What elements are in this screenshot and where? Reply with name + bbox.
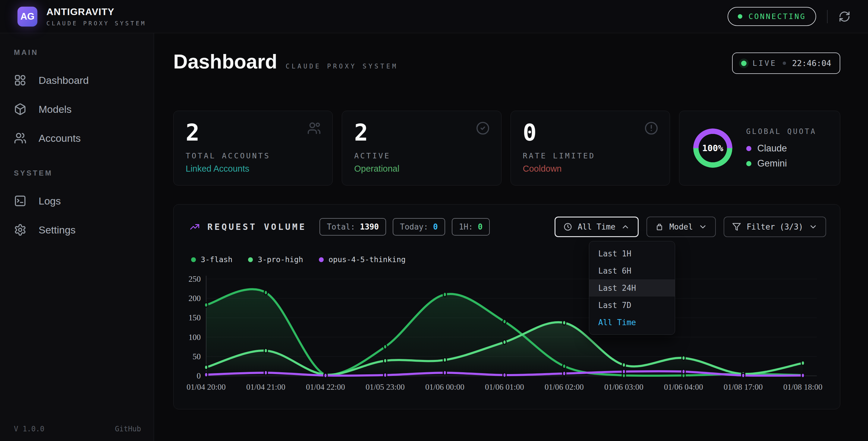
svg-text:01/06 04:00: 01/06 04:00 [664,382,703,391]
card-active: 2 ACTIVE Operational [342,111,501,185]
stat-pill-today: Today: 0 [393,218,445,236]
live-label: LIVE [752,59,777,67]
sidebar-item-dashboard[interactable]: Dashboard [14,66,154,95]
topbar-divider [827,10,828,23]
app-version: V 1.0.0 [14,425,44,433]
svg-text:01/04 22:00: 01/04 22:00 [306,382,345,391]
grid-icon [14,74,27,87]
card-global-quota: 100% GLOBAL QUOTA Claude Gemini [679,111,840,185]
series-dot-icon [319,257,324,262]
stat-pill-1h: 1H: 0 [452,218,490,236]
dot-separator-icon [783,62,786,65]
card-label: RATE LIMITED [523,151,658,160]
gear-icon [14,224,27,236]
request-volume-chart: 05010015020025001/04 20:0001/04 21:0001/… [181,270,826,402]
legend-label: opus-4-5-thinking [329,255,406,264]
dropdown-item-last-1h[interactable]: Last 1H [589,245,675,262]
gemini-dot-icon [746,161,751,166]
claude-dot-icon [746,146,751,151]
pill-value: 0 [478,222,483,231]
svg-text:100: 100 [189,333,201,342]
pill-value: 0 [433,222,438,231]
request-volume-panel: REQUEST VOLUME Total: 1390 Today: 0 1H: … [173,204,840,409]
svg-text:01/06 00:00: 01/06 00:00 [425,382,464,391]
model-filter-button[interactable]: Model [647,216,716,237]
refresh-icon [838,10,850,23]
svg-text:01/08 18:00: 01/08 18:00 [783,382,823,391]
card-value: 2 [354,120,489,145]
pill-label: Total: [327,222,355,231]
panel-title: REQUEST VOLUME [207,222,306,232]
chevron-down-icon [809,222,818,231]
legend-item-3-flash[interactable]: 3-flash [191,255,232,264]
series-dot-icon [191,257,196,262]
card-subtext: Operational [354,164,489,174]
sidebar: MAIN Dashboard Models Accounts SYSTEM Lo… [0,33,154,441]
app-title: ANTIGRAVITY [46,6,146,18]
quota-legend-gemini: Gemini [746,158,816,169]
sidebar-item-logs[interactable]: Logs [14,186,154,215]
svg-text:250: 250 [189,274,201,284]
dropdown-item-last-7d[interactable]: Last 7D [589,296,675,314]
card-value: 2 [186,120,320,145]
terminal-icon [14,195,27,207]
pill-label: 1H: [459,222,473,231]
legend-item-opus[interactable]: opus-4-5-thinking [319,255,406,264]
pill-label: Today: [400,222,428,231]
time-range-button[interactable]: All Time [555,216,639,237]
sidebar-item-settings[interactable]: Settings [14,215,154,244]
series-dot-icon [248,257,253,262]
legend-label: 3-flash [201,255,232,264]
quota-legend-label: Gemini [757,158,787,169]
sidebar-section-main: MAIN [14,48,154,57]
alert-circle-icon [644,121,658,135]
chevron-down-icon [698,222,707,231]
users-icon [307,121,321,135]
sidebar-section-system: SYSTEM [14,169,154,177]
funnel-icon [732,222,741,231]
page-title: Dashboard [173,50,277,73]
pill-value: 1390 [360,222,379,231]
model-filter-label: Model [670,222,693,231]
live-status-badge: LIVE 22:46:04 [732,53,840,74]
check-circle-icon [476,121,490,135]
clock-icon [563,222,572,231]
card-total-accounts: 2 TOTAL ACCOUNTS Linked Accounts [173,111,333,185]
filter-button[interactable]: Filter (3/3) [724,216,826,237]
page-subtitle: CLAUDE PROXY SYSTEM [286,63,398,70]
quota-percent: 100% [693,128,733,168]
chart-legend: 3-flash 3-pro-high opus-4-5-thinking [191,255,406,264]
sidebar-item-label: Models [38,104,72,115]
card-rate-limited: 0 RATE LIMITED Cooldown [510,111,670,185]
dropdown-item-last-6h[interactable]: Last 6H [589,262,675,279]
quota-label: GLOBAL QUOTA [746,127,816,136]
svg-text:01/04 20:00: 01/04 20:00 [187,382,226,391]
trending-up-icon [189,222,200,232]
users-icon [14,132,27,145]
svg-text:50: 50 [193,352,201,361]
logo-text: AG [21,11,35,22]
legend-item-3-pro-high[interactable]: 3-pro-high [248,255,303,264]
sidebar-item-label: Logs [38,195,61,207]
svg-text:01/04 21:00: 01/04 21:00 [246,382,285,391]
live-dot-icon [741,61,747,66]
sidebar-item-label: Settings [38,224,76,236]
dropdown-item-last-24h[interactable]: Last 24H [589,279,675,296]
app-logo: AG [18,7,37,27]
live-clock: 22:46:04 [792,59,831,68]
filter-label: Filter (3/3) [747,222,803,231]
connection-status-dot-icon [738,14,742,19]
sidebar-item-label: Accounts [38,133,81,144]
dropdown-item-all-time[interactable]: All Time [589,314,675,331]
svg-text:01/06 02:00: 01/06 02:00 [545,382,584,391]
refresh-button[interactable] [838,10,850,23]
sidebar-item-models[interactable]: Models [14,95,154,124]
svg-text:0: 0 [197,371,201,380]
sidebar-item-accounts[interactable]: Accounts [14,124,154,153]
box-icon [655,222,664,231]
svg-text:150: 150 [189,313,201,322]
brand: AG ANTIGRAVITY CLAUDE PROXY SYSTEM [18,6,146,27]
svg-text:01/06 03:00: 01/06 03:00 [604,382,644,391]
connection-status-text: CONNECTING [748,12,806,21]
github-link[interactable]: GitHub [115,425,141,433]
